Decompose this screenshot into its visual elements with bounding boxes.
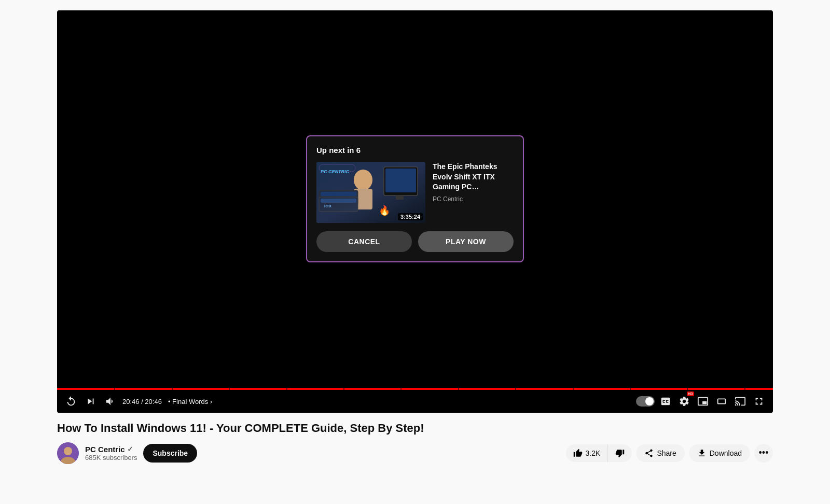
chapter-name[interactable]: Final Words [172, 398, 208, 405]
dislike-button[interactable] [608, 444, 632, 462]
miniplayer-button[interactable] [695, 394, 711, 409]
svg-rect-7 [321, 192, 356, 196]
controls-left: 20:46 / 20:46 • Final Words › [63, 394, 636, 409]
channel-name[interactable]: PC Centric ✓ [85, 445, 137, 454]
like-count: 3.2K [586, 449, 601, 457]
miniplayer-icon [697, 396, 709, 407]
share-label: Share [657, 449, 676, 457]
up-next-header: Up next in 6 [316, 146, 514, 155]
download-label: Download [710, 449, 742, 457]
play-now-button[interactable]: PLAY NOW [418, 231, 514, 252]
next-video-thumbnail[interactable]: RTX 🔥 PC CENTRIC 3:35:24 [316, 162, 425, 223]
cancel-button[interactable]: CANCEL [316, 231, 412, 252]
replay-button[interactable] [63, 394, 79, 409]
video-meta-row: PC Centric ✓ 685K subscribers Subscribe … [57, 442, 773, 464]
up-next-card: Up next in 6 [306, 135, 524, 262]
video-info: How To Install Windows 11! - Your COMPLE… [57, 413, 773, 468]
action-buttons: 3.2K Share [566, 444, 773, 463]
more-options-button[interactable]: ••• [754, 444, 773, 463]
svg-rect-5 [396, 195, 404, 200]
svg-text:🔥: 🔥 [379, 205, 391, 216]
separator: • [168, 398, 171, 405]
controls-right: HD [636, 394, 767, 409]
hd-badge: HD [687, 391, 694, 396]
cc-icon [660, 396, 671, 407]
toggle-thumb [645, 397, 654, 405]
next-video-title: The Epic Phanteks Evolv Shift XT ITX Gam… [433, 162, 514, 192]
thumbnail-duration: 3:35:24 [398, 213, 423, 220]
controls-bar: 20:46 / 20:46 • Final Words › [57, 390, 773, 413]
subscribe-button[interactable]: Subscribe [143, 444, 197, 463]
svg-rect-4 [385, 169, 416, 192]
toggle-track[interactable] [636, 396, 655, 407]
next-video-info: The Epic Phanteks Evolv Shift XT ITX Gam… [433, 162, 514, 223]
svg-rect-9 [321, 199, 356, 203]
more-dots-icon: ••• [759, 447, 769, 458]
channel-info: PC Centric ✓ 685K subscribers Subscribe [57, 442, 197, 464]
up-next-label: Up next in [316, 146, 354, 155]
cast-icon [735, 396, 746, 407]
download-button[interactable]: Download [689, 444, 750, 462]
download-icon [697, 449, 707, 458]
svg-point-1 [354, 170, 372, 190]
volume-button[interactable] [103, 394, 118, 409]
svg-text:RTX: RTX [324, 204, 331, 208]
theater-mode-button[interactable] [714, 394, 729, 409]
thumbs-up-icon [573, 449, 583, 458]
volume-icon [105, 396, 116, 407]
replay-icon [65, 396, 77, 407]
autoplay-toggle[interactable] [636, 396, 655, 407]
cc-button[interactable] [658, 394, 673, 409]
channel-text: PC Centric ✓ 685K subscribers [85, 445, 137, 461]
next-video-channel: PC Centric [433, 195, 514, 203]
video-title: How To Install Windows 11! - Your COMPLE… [57, 421, 773, 436]
skip-next-button[interactable] [83, 394, 99, 409]
chapter-label: • Final Words › [168, 398, 212, 405]
avatar-image [57, 442, 79, 464]
share-button[interactable]: Share [636, 444, 684, 462]
fullscreen-button[interactable] [751, 394, 767, 409]
channel-avatar[interactable] [57, 442, 79, 464]
skip-next-icon [85, 396, 96, 407]
up-next-countdown: 6 [356, 146, 361, 155]
up-next-buttons: CANCEL PLAY NOW [316, 231, 514, 252]
subscriber-count: 685K subscribers [85, 454, 137, 461]
up-next-content: RTX 🔥 PC CENTRIC 3:35:24 The Epic Phante [316, 162, 514, 223]
chapter-arrow: › [210, 398, 212, 405]
like-dislike-group: 3.2K [566, 444, 632, 462]
share-icon [644, 449, 654, 458]
svg-point-15 [64, 447, 72, 455]
theater-icon [716, 396, 727, 407]
settings-icon [679, 396, 690, 407]
video-player[interactable]: Up next in 6 [57, 10, 773, 413]
fullscreen-icon [753, 396, 765, 407]
verified-icon: ✓ [127, 445, 133, 453]
settings-button[interactable]: HD [676, 394, 692, 409]
like-button[interactable]: 3.2K [566, 444, 608, 462]
time-display: 20:46 / 20:46 [122, 398, 162, 405]
cast-button[interactable] [732, 394, 748, 409]
thumbs-down-icon [615, 449, 625, 458]
